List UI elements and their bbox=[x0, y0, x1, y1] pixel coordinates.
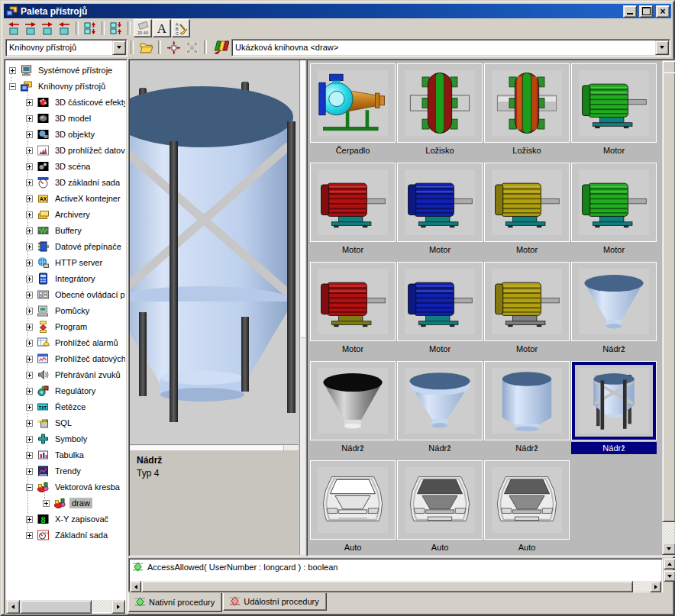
size-20-40-button[interactable]: 20 40 bbox=[134, 19, 152, 37]
tree-item-label[interactable]: Trendy bbox=[53, 466, 83, 476]
palette-item-n-dr-12[interactable]: Nádrž bbox=[310, 361, 396, 457]
palette-item-n-dr-11[interactable]: Nádrž bbox=[571, 262, 657, 358]
font-button[interactable]: A bbox=[153, 19, 171, 37]
palette-item-motor-8[interactable]: Motor bbox=[310, 262, 396, 358]
tree-item-http-server[interactable]: HTTP server bbox=[6, 254, 125, 270]
library-combobox-dropdown[interactable] bbox=[112, 40, 126, 55]
palette-item-motor-7[interactable]: Motor bbox=[571, 163, 657, 259]
tree-item-3d-sticov-efekty[interactable]: 3D částicové efekty bbox=[6, 94, 125, 110]
scroll-down-button[interactable] bbox=[664, 570, 675, 582]
palette-item-motor-5[interactable]: Motor bbox=[397, 163, 483, 259]
tree-item-tabulka[interactable]: Tabulka bbox=[6, 447, 125, 463]
tree-item-3d-model[interactable]: 3D model bbox=[6, 110, 125, 126]
tree-item-program[interactable]: Program bbox=[6, 318, 125, 334]
palette-item-lo-isko-1[interactable]: Ložisko bbox=[397, 63, 483, 160]
tree-item-label[interactable]: Datové přepínače bbox=[53, 241, 124, 252]
tree-item-label[interactable]: draw bbox=[69, 498, 92, 508]
tree-item-p-ehr-v-n-zvuk[interactable]: Přehrávání zvuků bbox=[6, 366, 125, 382]
tree-item-3d-sc-na[interactable]: 3D scéna bbox=[6, 158, 125, 174]
scroll-down-button[interactable] bbox=[662, 542, 675, 555]
tree-item-obecn-ovl-dac-p[interactable]: Obecné ovládací p bbox=[6, 286, 125, 302]
scroll-left-button[interactable] bbox=[130, 581, 141, 592]
scroll-right-button[interactable] bbox=[650, 581, 661, 592]
tree-item-archivery[interactable]: Archivery bbox=[6, 206, 125, 222]
palette-item-n-dr-15[interactable]: Nádrž bbox=[571, 361, 657, 457]
tree-item-label[interactable]: 3D částicové efekty bbox=[53, 97, 125, 108]
tree-item-3d-prohl-e-datov[interactable]: 3D prohlížeč datov bbox=[6, 142, 125, 158]
palette-item-image[interactable] bbox=[310, 163, 396, 242]
scroll-left-button[interactable] bbox=[6, 600, 20, 614]
palette-item-image[interactable] bbox=[397, 460, 483, 540]
preview-vertical-scrollbar[interactable] bbox=[299, 60, 305, 555]
palette-item-image[interactable] bbox=[397, 163, 483, 242]
tree-item-label[interactable]: 3D objekty bbox=[53, 129, 97, 140]
palette-item-motor-10[interactable]: Motor bbox=[484, 262, 570, 358]
align-left-button[interactable] bbox=[5, 20, 22, 37]
palette-item-motor-6[interactable]: Motor bbox=[484, 163, 570, 259]
tab-event-procedures[interactable]: Událostní procedury bbox=[223, 593, 326, 611]
tree-item-label[interactable]: Obecné ovládací p bbox=[53, 289, 125, 300]
tree-item-buffery[interactable]: Buffery bbox=[6, 222, 125, 238]
tree-item-label[interactable]: 3D prohlížeč datov bbox=[53, 145, 125, 156]
procedure-horizontal-scrollbar[interactable] bbox=[130, 581, 661, 591]
move-down-button[interactable] bbox=[108, 20, 124, 37]
palette-item-image[interactable] bbox=[571, 262, 657, 341]
palette-item-image[interactable] bbox=[397, 361, 483, 440]
tree-item-x-y-zapisova[interactable]: 8X-Y zapisovač bbox=[6, 511, 125, 527]
tree-item-label[interactable]: 3D základní sada bbox=[53, 177, 122, 188]
tree-item-knihovny-p-stroj[interactable]: Knihovny přístrojů bbox=[6, 78, 125, 94]
tree-item-label[interactable]: Symboly bbox=[53, 434, 89, 444]
tree-item-prohl-e-alarm[interactable]: Prohlížeč alarmů bbox=[6, 334, 125, 350]
tree-item-label[interactable]: Regulátory bbox=[53, 385, 98, 396]
palette-item-image[interactable] bbox=[310, 63, 396, 143]
tree-item-3d-z-kladn-sada[interactable]: 3D základní sada bbox=[6, 174, 125, 190]
tree-item-label[interactable]: Prohlížeč datových bbox=[53, 353, 125, 364]
tree-item-label[interactable]: Program bbox=[53, 321, 89, 332]
tree-item-trendy[interactable]: Trendy bbox=[6, 463, 125, 479]
tree-item-label[interactable]: SQL bbox=[53, 418, 74, 428]
scrollbar-thumb[interactable] bbox=[141, 581, 633, 592]
palette-item-image[interactable] bbox=[310, 460, 396, 540]
palette-item-motor-9[interactable]: Motor bbox=[397, 262, 483, 358]
tree-item-label[interactable]: Tabulka bbox=[53, 450, 86, 460]
tree-item-activex-kontejner[interactable]: AXActiveX kontejner bbox=[6, 190, 125, 206]
tree-item-label[interactable]: Prohlížeč alarmů bbox=[53, 337, 121, 348]
tree-item-syst-mov-p-stroje[interactable]: Systémové přístroje bbox=[6, 62, 125, 78]
procedure-list[interactable]: AccessAllowed( UserNumber : longcard ) :… bbox=[128, 558, 663, 592]
close-button[interactable]: × bbox=[656, 5, 670, 18]
tree-item-label[interactable]: ActiveX kontejner bbox=[53, 193, 123, 204]
tree-item-3d-objekty[interactable]: 3D objekty bbox=[6, 126, 125, 142]
scrollbar-thumb[interactable] bbox=[662, 72, 675, 522]
tree-item-label[interactable]: X-Y zapisovač bbox=[53, 514, 111, 524]
move-right-button[interactable] bbox=[39, 20, 56, 37]
scrollbar-track[interactable] bbox=[92, 600, 111, 612]
tab-native-procedures[interactable]: Nativní procedury bbox=[128, 593, 222, 612]
palette-item-image[interactable] bbox=[571, 63, 657, 143]
palette-item-auto-16[interactable]: Auto bbox=[310, 460, 396, 555]
collection-combobox-dropdown[interactable] bbox=[655, 40, 669, 55]
label-tool-button[interactable]: ABC bbox=[172, 19, 190, 37]
tree-item-regul-tory[interactable]: Regulátory bbox=[6, 382, 125, 398]
tree-horizontal-scrollbar[interactable] bbox=[6, 600, 125, 612]
procedure-vertical-scrollbar[interactable] bbox=[664, 558, 674, 582]
palette-item-lo-isko-2[interactable]: Ložisko bbox=[484, 63, 570, 160]
grid-vertical-scrollbar[interactable] bbox=[662, 60, 674, 555]
palette-item-image[interactable] bbox=[397, 63, 483, 143]
palette-item-image[interactable] bbox=[571, 361, 657, 440]
collection-books-icon-button[interactable] bbox=[210, 39, 231, 56]
palette-item-auto-18[interactable]: Auto bbox=[484, 460, 570, 555]
move-left-button[interactable] bbox=[56, 20, 73, 37]
library-combobox[interactable]: Knihovny přístrojů bbox=[5, 39, 128, 56]
scrollbar-track[interactable] bbox=[633, 581, 650, 591]
palette-item-image[interactable] bbox=[397, 262, 483, 341]
scroll-up-button[interactable] bbox=[664, 558, 675, 569]
preview-image[interactable] bbox=[130, 60, 299, 444]
title-bar[interactable]: Paleta přístrojů × bbox=[4, 4, 671, 18]
palette-item-image[interactable] bbox=[571, 163, 657, 242]
tree-item-label[interactable]: Archivery bbox=[53, 209, 92, 220]
palette-item-motor-3[interactable]: Motor bbox=[571, 63, 657, 160]
palette-item-image[interactable] bbox=[310, 262, 396, 341]
open-library-button[interactable] bbox=[137, 39, 155, 56]
collection-combobox[interactable]: Ukázková knihovna <draw> bbox=[231, 39, 670, 56]
palette-item-image[interactable] bbox=[484, 63, 570, 143]
